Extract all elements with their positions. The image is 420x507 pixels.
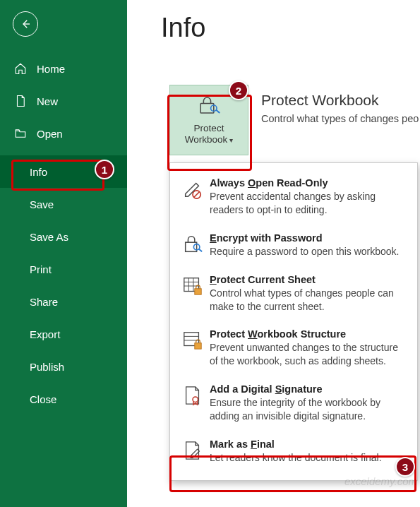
sidebar-item-close[interactable]: Close bbox=[0, 383, 127, 415]
sidebar-item-open[interactable]: Open bbox=[0, 117, 127, 150]
menu-title: Encrypt with Password bbox=[210, 232, 407, 244]
folder-open-icon bbox=[14, 127, 30, 140]
menu-item-open-read-only[interactable]: Always Open Read-Only Prevent accidental… bbox=[170, 170, 417, 225]
menu-desc: Control what types of changes people can… bbox=[210, 287, 407, 314]
sidebar-label: Export bbox=[30, 328, 60, 340]
sidebar-item-save-as[interactable]: Save As bbox=[0, 220, 127, 253]
sidebar-label: Home bbox=[37, 63, 65, 75]
menu-desc: Ensure the integrity of the workbook by … bbox=[210, 396, 407, 423]
workbook-lock-icon bbox=[180, 328, 205, 368]
svg-rect-0 bbox=[200, 103, 214, 113]
menu-desc: Prevent unwanted changes to the structur… bbox=[210, 341, 407, 368]
sidebar-label: Close bbox=[30, 393, 56, 405]
sheet-lock-icon bbox=[180, 274, 205, 314]
protect-tile-label: Protect Workbook▾ bbox=[185, 123, 234, 145]
sidebar-items: Home New Open Info Save Save As Print Sh… bbox=[0, 52, 127, 415]
back-button[interactable] bbox=[13, 11, 38, 37]
protect-heading-sub: Control what types of changes peo bbox=[261, 113, 419, 124]
sidebar-label: Share bbox=[30, 296, 58, 308]
sidebar-item-new[interactable]: New bbox=[0, 85, 127, 117]
sidebar-label: Info bbox=[30, 166, 47, 178]
sidebar-label: New bbox=[37, 95, 58, 107]
svg-rect-3 bbox=[186, 242, 197, 251]
home-icon bbox=[14, 62, 30, 75]
menu-title: Mark as Final bbox=[210, 439, 407, 450]
pencil-prohibit-icon bbox=[180, 177, 205, 217]
menu-item-digital-signature[interactable]: Add a Digital Signature Ensure the integ… bbox=[170, 376, 417, 431]
menu-title: Always Open Read-Only bbox=[210, 177, 407, 189]
sidebar-item-export[interactable]: Export bbox=[0, 318, 127, 350]
sidebar-item-print[interactable]: Print bbox=[0, 253, 127, 285]
sidebar-item-share[interactable]: Share bbox=[0, 285, 127, 318]
protect-heading-title: Protect Workbook bbox=[261, 92, 419, 109]
page-icon bbox=[14, 95, 30, 107]
page-ribbon-icon bbox=[180, 383, 205, 423]
menu-item-encrypt-password[interactable]: Encrypt with Password Require a password… bbox=[170, 225, 417, 267]
svg-rect-6 bbox=[195, 288, 201, 294]
sidebar-label: Save As bbox=[30, 231, 68, 243]
menu-item-protect-sheet[interactable]: Protect Current Sheet Control what types… bbox=[170, 267, 417, 322]
protect-workbook-button[interactable]: Protect Workbook▾ bbox=[169, 85, 248, 155]
sidebar-label: Open bbox=[37, 128, 63, 140]
page-pencil-icon bbox=[180, 439, 205, 465]
sidebar-label: Save bbox=[30, 198, 54, 210]
file-sidebar: Home New Open Info Save Save As Print Sh… bbox=[0, 0, 127, 507]
sidebar-label: Publish bbox=[30, 361, 64, 373]
menu-title: Add a Digital Signature bbox=[210, 383, 407, 395]
menu-title: Protect Workbook Structure bbox=[210, 328, 407, 340]
watermark: exceldemy.com bbox=[344, 475, 417, 487]
menu-item-protect-structure[interactable]: Protect Workbook Structure Prevent unwan… bbox=[170, 321, 417, 376]
menu-title: Protect Current Sheet bbox=[210, 274, 407, 285]
sidebar-item-publish[interactable]: Publish bbox=[0, 350, 127, 383]
main-panel: Info Protect Workbook▾ Protect Workbook … bbox=[127, 0, 420, 507]
sidebar-item-home[interactable]: Home bbox=[0, 52, 127, 85]
protect-heading: Protect Workbook Control what types of c… bbox=[261, 92, 419, 124]
sidebar-item-save[interactable]: Save bbox=[0, 188, 127, 220]
lock-key-icon bbox=[180, 232, 205, 258]
svg-rect-8 bbox=[195, 343, 201, 349]
page-title: Info bbox=[161, 13, 420, 43]
menu-desc: Prevent accidental changes by asking rea… bbox=[210, 190, 407, 217]
sidebar-label: Print bbox=[30, 263, 52, 275]
arrow-left-icon bbox=[19, 18, 32, 30]
protect-workbook-dropdown: Always Open Read-Only Prevent accidental… bbox=[169, 162, 418, 481]
menu-desc: Let readers know the document is final. bbox=[210, 451, 407, 465]
svg-point-9 bbox=[193, 397, 198, 402]
chevron-down-icon: ▾ bbox=[229, 136, 233, 144]
menu-item-mark-final[interactable]: Mark as Final Let readers know the docum… bbox=[170, 431, 417, 473]
menu-desc: Require a password to open this workbook… bbox=[210, 245, 407, 258]
sidebar-item-info[interactable]: Info bbox=[0, 155, 127, 188]
lock-key-icon bbox=[197, 95, 221, 119]
